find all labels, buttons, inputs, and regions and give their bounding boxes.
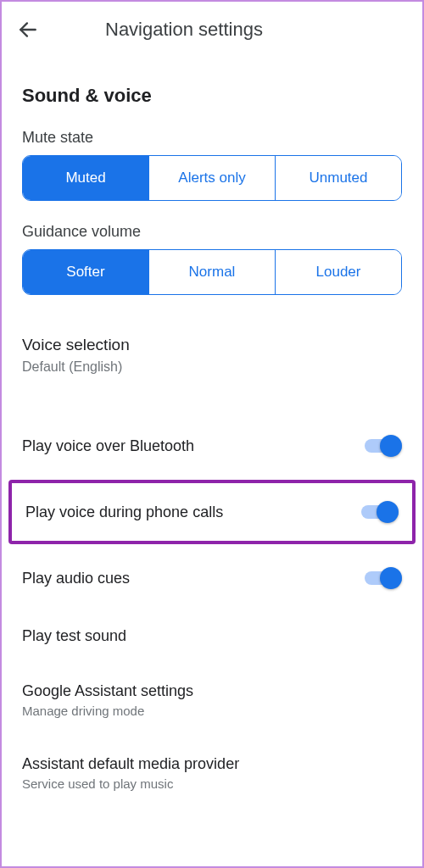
voice-selection-title: Voice selection (22, 336, 402, 354)
assistant-media-provider-title: Assistant default media provider (22, 755, 239, 773)
play-audio-cues-row[interactable]: Play audio cues (2, 548, 422, 609)
guidance-volume-label: Guidance volume (2, 213, 422, 249)
volume-option-louder[interactable]: Louder (276, 250, 401, 294)
play-voice-bluetooth-title: Play voice over Bluetooth (22, 437, 194, 455)
play-test-sound-row[interactable]: Play test sound (2, 609, 422, 664)
google-assistant-settings-row[interactable]: Google Assistant settings Manage driving… (2, 664, 422, 737)
voice-selection-row[interactable]: Voice selection Default (English) (2, 307, 422, 381)
mute-option-alerts-only[interactable]: Alerts only (149, 156, 276, 200)
mute-option-muted[interactable]: Muted (23, 156, 149, 200)
assistant-media-provider-row[interactable]: Assistant default media provider Service… (2, 737, 422, 796)
back-arrow-icon[interactable] (17, 19, 39, 41)
play-voice-bluetooth-row[interactable]: Play voice over Bluetooth (2, 415, 422, 476)
play-audio-cues-title: Play audio cues (22, 570, 130, 587)
play-audio-cues-toggle[interactable] (365, 566, 402, 590)
assistant-media-provider-sub: Service used to play music (22, 776, 239, 791)
mute-option-unmuted[interactable]: Unmuted (276, 156, 401, 200)
google-assistant-settings-title: Google Assistant settings (22, 682, 193, 700)
google-assistant-settings-sub: Manage driving mode (22, 704, 193, 718)
voice-selection-value: Default (English) (22, 359, 402, 375)
play-voice-bluetooth-toggle[interactable] (365, 434, 402, 458)
play-voice-phone-calls-toggle[interactable] (361, 500, 399, 524)
guidance-volume-segmented: Softer Normal Louder (22, 249, 402, 295)
play-voice-phone-calls-title: Play voice during phone calls (25, 504, 223, 521)
page-title: Navigation settings (105, 19, 407, 41)
mute-state-segmented: Muted Alerts only Unmuted (22, 155, 402, 201)
section-heading-sound-voice: Sound & voice (2, 58, 422, 119)
volume-option-softer[interactable]: Softer (23, 250, 149, 294)
mute-state-label: Mute state (2, 119, 422, 155)
volume-option-normal[interactable]: Normal (149, 250, 276, 294)
play-voice-phone-calls-row[interactable]: Play voice during phone calls (12, 483, 412, 541)
highlighted-setting: Play voice during phone calls (8, 480, 416, 544)
play-test-sound-title: Play test sound (22, 627, 126, 645)
